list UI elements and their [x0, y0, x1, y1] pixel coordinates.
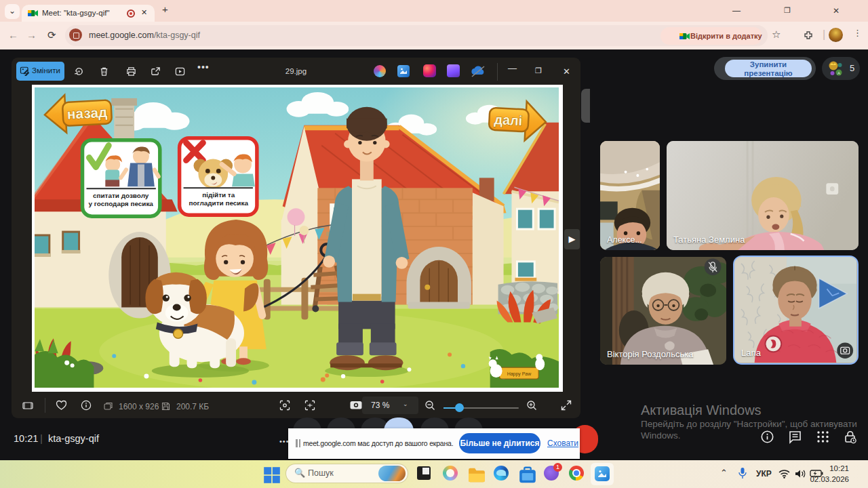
- svg-text:далі: далі: [494, 112, 523, 128]
- svg-text:спитати дозволу: спитати дозволу: [93, 192, 149, 199]
- svg-text:підійти та: підійти та: [202, 191, 235, 199]
- svg-text:у господаря песика: у господаря песика: [88, 200, 153, 207]
- svg-text:погладити песика: погладити песика: [189, 199, 249, 207]
- svg-text:A: A: [837, 71, 840, 75]
- svg-text:Happy Paw: Happy Paw: [507, 371, 532, 377]
- svg-text:назад: назад: [66, 104, 108, 122]
